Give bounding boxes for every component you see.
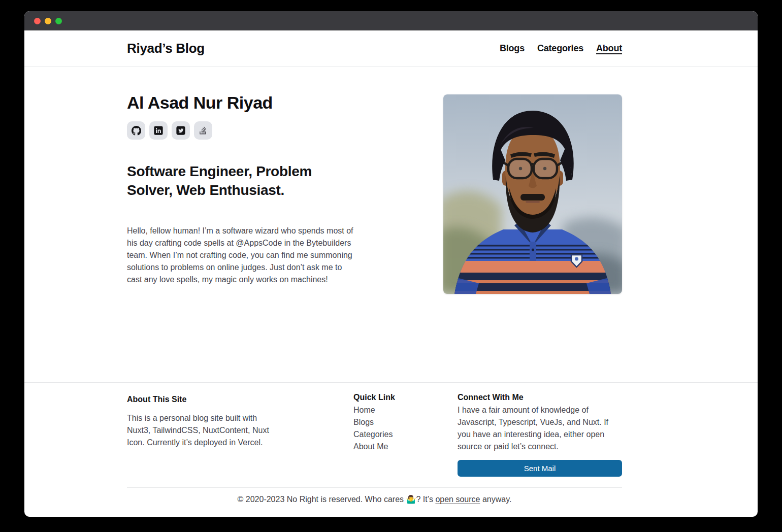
site-footer: About This Site This is a personal blog … (24, 382, 758, 517)
github-icon (132, 126, 141, 136)
close-window-button[interactable] (34, 18, 41, 24)
footer-link-about-me[interactable]: About Me (353, 441, 440, 453)
footer-divider (127, 487, 622, 488)
copyright-text: © 2020-2023 No Right is reserved. Who ca… (127, 494, 622, 504)
footer-link-categories[interactable]: Categories (353, 428, 440, 441)
linkedin-icon (154, 126, 163, 135)
maximize-window-button[interactable] (55, 18, 62, 24)
stackoverflow-link-button[interactable] (194, 121, 212, 140)
main-nav: Blogs Categories About (500, 43, 622, 54)
site-brand-link[interactable]: Riyad’s Blog (127, 41, 205, 56)
hero-tagline: Software Engineer, Problem Solver, Web E… (127, 162, 346, 200)
stackoverflow-icon (199, 126, 208, 135)
footer-about-text: This is a personal blog site built with … (127, 412, 279, 449)
linkedin-link-button[interactable] (149, 121, 168, 140)
footer-connect-title: Connect With Me (458, 393, 622, 402)
browser-window: Riyad’s Blog Blogs Categories About Al A… (24, 11, 758, 517)
page-title: Al Asad Nur Riyad (127, 93, 273, 113)
hero-bio: Hello, fellow human! I’m a software wiza… (127, 225, 354, 286)
social-links (127, 121, 212, 140)
footer-quicklinks-column: Quick Link Home Blogs Categories About M… (353, 393, 440, 453)
profile-photo (443, 94, 622, 294)
footer-link-home[interactable]: Home (353, 404, 440, 416)
open-source-link[interactable]: open source (435, 495, 480, 504)
twitter-icon (176, 126, 185, 135)
window-titlebar (24, 11, 758, 30)
sent-mail-button[interactable]: Sent Mail (458, 460, 622, 477)
nav-item-categories[interactable]: Categories (537, 43, 583, 54)
twitter-link-button[interactable] (172, 121, 190, 140)
footer-about-column: About This Site This is a personal blog … (127, 395, 279, 449)
footer-link-blogs[interactable]: Blogs (353, 416, 440, 428)
footer-connect-column: Connect With Me I have a fair amount of … (458, 393, 622, 477)
nav-item-blogs[interactable]: Blogs (500, 43, 525, 54)
footer-about-title: About This Site (127, 395, 279, 404)
nav-item-about[interactable]: About (596, 43, 622, 54)
minimize-window-button[interactable] (45, 18, 51, 24)
about-section: Al Asad Nur Riyad (24, 66, 758, 382)
site-header: Riyad’s Blog Blogs Categories About (24, 30, 758, 66)
footer-connect-text: I have a fair amount of knowledge of Jav… (458, 404, 622, 453)
github-link-button[interactable] (127, 121, 145, 140)
footer-quicklinks-title: Quick Link (353, 393, 440, 402)
